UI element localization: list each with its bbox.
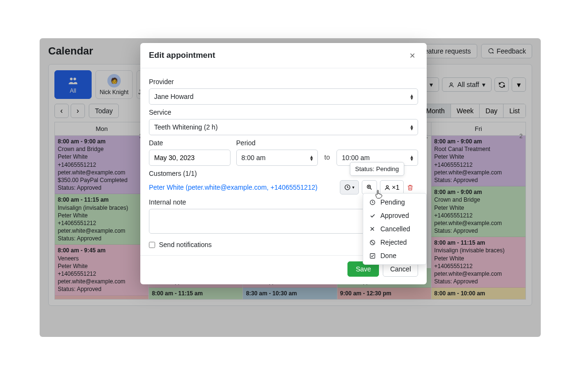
- to-label: to: [324, 153, 331, 166]
- clock-icon: [369, 199, 376, 205]
- customer-link[interactable]: Peter White (peter.white@example.com, +1…: [149, 184, 317, 191]
- status-option-approved[interactable]: Approved: [363, 209, 426, 222]
- status-option-cancelled[interactable]: Cancelled: [363, 222, 426, 236]
- person-icon: [384, 184, 390, 191]
- checkbox-icon: [369, 253, 376, 259]
- status-menu: Pending Approved Cancelled Rejected Done: [363, 193, 427, 265]
- send-notifications-checkbox[interactable]: [149, 242, 155, 248]
- period-label: Period: [236, 139, 318, 147]
- x-icon: [369, 226, 376, 232]
- remove-customer-button[interactable]: [407, 180, 418, 194]
- select-caret-icon: ▴▾: [310, 155, 313, 161]
- period-from-select[interactable]: 8:00 am: [236, 150, 318, 166]
- service-label: Service: [149, 108, 418, 116]
- select-caret-icon: ▴▾: [410, 155, 413, 161]
- persons-button[interactable]: ×1: [380, 180, 404, 194]
- status-option-done[interactable]: Done: [363, 249, 426, 262]
- modal-title: Edit appointment: [149, 51, 215, 60]
- check-icon: [369, 213, 376, 219]
- date-label: Date: [149, 139, 231, 147]
- send-notifications-label: Send notifications: [159, 241, 212, 248]
- provider-select[interactable]: Jane Howard: [149, 88, 418, 105]
- status-option-rejected[interactable]: Rejected: [363, 236, 426, 249]
- trash-icon: [407, 184, 414, 191]
- clock-icon: [344, 184, 351, 191]
- chevron-down-icon: ▾: [352, 185, 355, 190]
- select-caret-icon: ▴▾: [410, 124, 413, 130]
- status-button[interactable]: ▾: [340, 180, 359, 194]
- view-customer-button[interactable]: [362, 180, 377, 194]
- date-field[interactable]: [149, 150, 231, 166]
- svg-point-5: [386, 185, 388, 187]
- search-icon: [366, 184, 373, 191]
- status-tooltip: Status: Pending: [350, 162, 404, 176]
- ban-icon: [369, 239, 376, 246]
- close-icon: ×: [410, 50, 415, 61]
- status-option-pending[interactable]: Pending: [363, 195, 426, 209]
- service-select[interactable]: Teeth Whitening (2 h): [149, 119, 418, 135]
- provider-label: Provider: [149, 78, 418, 86]
- close-button[interactable]: ×: [407, 50, 418, 61]
- select-caret-icon: ▴▾: [410, 94, 413, 99]
